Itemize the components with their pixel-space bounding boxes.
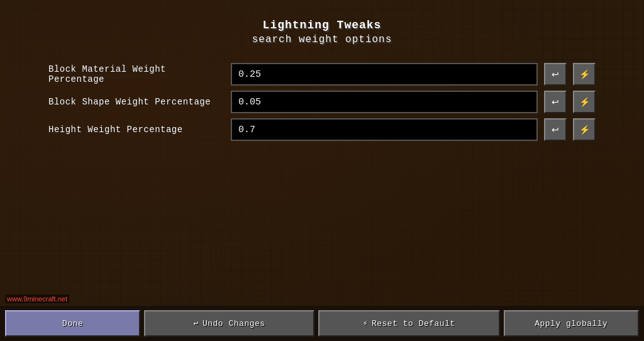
option-row-1: Block Material Weight Percentage ↩ ⚡ — [48, 63, 596, 86]
input-block-shape[interactable] — [231, 91, 538, 113]
undo-icon-3: ↩ — [552, 125, 559, 135]
title-block: Lightning Tweaks search weight options — [252, 19, 392, 45]
input-height[interactable] — [231, 118, 538, 141]
title-line1: Lightning Tweaks — [252, 19, 392, 31]
options-table: Block Material Weight Percentage ↩ ⚡ Blo… — [48, 63, 596, 141]
scissors-icon-2: ⚡ — [579, 97, 590, 107]
undo-icon-2: ↩ — [552, 97, 559, 107]
scissors-btn-2[interactable]: ⚡ — [573, 91, 596, 113]
scissors-btn-1[interactable]: ⚡ — [573, 63, 596, 86]
label-height: Height Weight Percentage — [48, 125, 225, 135]
option-row-3: Height Weight Percentage ↩ ⚡ — [48, 118, 596, 141]
input-block-material[interactable] — [231, 63, 538, 86]
scissors-icon-1: ⚡ — [579, 69, 590, 79]
label-block-material: Block Material Weight Percentage — [48, 64, 225, 84]
scissors-btn-3[interactable]: ⚡ — [573, 118, 596, 141]
scissors-icon-3: ⚡ — [579, 125, 590, 135]
title-line2: search weight options — [252, 34, 392, 45]
label-block-shape: Block Shape Weight Percentage — [48, 97, 225, 107]
undo-btn-3[interactable]: ↩ — [544, 118, 567, 141]
option-row-2: Block Shape Weight Percentage ↩ ⚡ — [48, 91, 596, 113]
undo-icon-1: ↩ — [552, 69, 559, 79]
undo-btn-2[interactable]: ↩ — [544, 91, 567, 113]
undo-btn-1[interactable]: ↩ — [544, 63, 567, 86]
